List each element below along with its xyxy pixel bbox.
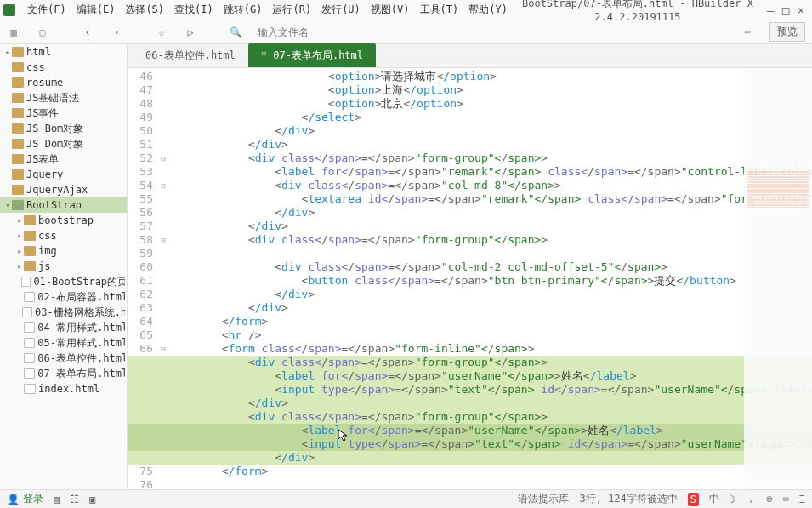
status-bar: 👤 登录 ▤ ☷ ▣ 语法提示库 3行, 124字符被选中 S 中 ☽ ， ☺ … <box>0 489 812 508</box>
code-editor[interactable]: 06-表单控件.html * 07-表单布局.html 464748495051… <box>128 44 812 489</box>
tree-node[interactable]: JS基础语法 <box>0 90 127 106</box>
tray-kbd-icon[interactable]: ⌨ <box>783 494 789 505</box>
filename-input[interactable] <box>258 26 725 38</box>
maximize-button[interactable]: □ <box>778 3 793 17</box>
menu-item[interactable]: 帮助(Y) <box>463 3 513 17</box>
editor-tabs: 06-表单控件.html * 07-表单布局.html <box>128 44 812 68</box>
tray-q[interactable]: Ξ <box>799 494 805 505</box>
tree-node[interactable]: ▸css <box>0 228 127 243</box>
tab-inactive[interactable]: 06-表单控件.html <box>133 43 248 67</box>
tree-node[interactable]: JS Dom对象 <box>0 136 127 151</box>
ime-icon[interactable]: S <box>688 493 699 506</box>
menu-item[interactable]: 编辑(E) <box>71 3 121 17</box>
new-file-icon[interactable]: ▦ <box>7 26 20 39</box>
sb-icon-1[interactable]: ▤ <box>54 494 60 505</box>
tree-node[interactable]: JS表单 <box>0 151 127 167</box>
save-icon[interactable]: ▢ <box>36 26 49 39</box>
sb-icon-3[interactable]: ▣ <box>89 494 95 505</box>
menu-item[interactable]: 视图(V) <box>366 3 415 17</box>
menu-item[interactable]: 跳转(G) <box>219 3 268 17</box>
minimize-button[interactable]: — <box>763 3 778 17</box>
minimap[interactable] <box>744 68 812 489</box>
tab-active[interactable]: * 07-表单布局.html <box>248 43 376 67</box>
tree-node[interactable]: resume <box>0 75 127 90</box>
tree-node[interactable]: 03-栅格网格系统.html <box>0 305 127 320</box>
tree-node[interactable]: ▸html <box>0 44 127 60</box>
extras-icon[interactable]: ⋯ <box>741 26 754 39</box>
tree-node[interactable]: ▾BootStrap <box>0 197 127 213</box>
run-icon[interactable]: ▷ <box>184 26 197 39</box>
cursor-position: 3行, 124字符被选中 <box>579 492 677 506</box>
app-logo-icon <box>3 4 15 16</box>
syntax-hint[interactable]: 语法提示库 <box>518 492 569 506</box>
menu-bar: 文件(F)编辑(E)选择(S)查找(I)跳转(G)运行(R)发行(U)视图(V)… <box>0 0 812 20</box>
tree-node[interactable]: 05-常用样式.html <box>0 335 127 351</box>
tree-node[interactable]: ▸bootstrap <box>0 213 127 228</box>
menu-item[interactable]: 选择(S) <box>120 3 169 17</box>
menu-item[interactable]: 文件(F) <box>22 3 71 17</box>
tree-node[interactable]: 07-表单布局.html <box>0 366 127 381</box>
tree-node[interactable]: ▸img <box>0 243 127 259</box>
close-button[interactable]: × <box>793 3 809 17</box>
tray-moon-icon[interactable]: ☽ <box>730 494 735 505</box>
tray-comma[interactable]: ， <box>746 492 756 506</box>
menu-item[interactable]: 运行(R) <box>267 3 316 17</box>
star-icon[interactable]: ☆ <box>155 26 168 39</box>
tree-node[interactable]: JS Bom对象 <box>0 121 127 136</box>
back-icon[interactable]: ‹ <box>81 26 94 39</box>
window-title: BootStrap/07-表单布局.html - HBuilder X 2.4.… <box>513 0 763 23</box>
search-icon[interactable]: 🔍 <box>229 26 242 39</box>
menu-item[interactable]: 查找(I) <box>169 3 219 17</box>
code-lines[interactable]: <option>请选择城市</option> <option>上海</optio… <box>168 70 812 489</box>
preview-button[interactable]: 预览 <box>769 22 805 42</box>
tree-node[interactable]: 01-BootStrap的页面... <box>0 274 127 289</box>
forward-icon[interactable]: › <box>110 26 123 39</box>
menu-item[interactable]: 发行(U) <box>316 3 366 17</box>
tree-node[interactable]: JqueryAjax <box>0 182 127 197</box>
tree-node[interactable]: css <box>0 60 127 75</box>
tray-lang[interactable]: 中 <box>709 492 719 506</box>
file-explorer: ▸htmlcssresumeJS基础语法JS事件JS Bom对象JS Dom对象… <box>0 44 128 489</box>
user-icon: 👤 <box>7 494 20 505</box>
toolbar: ▦ ▢ ‹ › ☆ ▷ 🔍 ⋯ 预览 <box>0 20 812 44</box>
tray-smile-icon[interactable]: ☺ <box>766 494 772 505</box>
tree-node[interactable]: JS事件 <box>0 106 127 121</box>
tree-node[interactable]: 02-布局容器.html <box>0 289 127 305</box>
tree-node[interactable]: ▸js <box>0 259 127 274</box>
tree-node[interactable]: 04-常用样式.html <box>0 320 127 335</box>
login-link[interactable]: 登录 <box>23 492 43 506</box>
menu-item[interactable]: 工具(T) <box>415 3 464 17</box>
tree-node[interactable]: Jquery <box>0 167 127 182</box>
tree-node[interactable]: index.html <box>0 381 127 397</box>
sb-icon-2[interactable]: ☷ <box>70 494 79 505</box>
tree-node[interactable]: 06-表单控件.html <box>0 351 127 366</box>
